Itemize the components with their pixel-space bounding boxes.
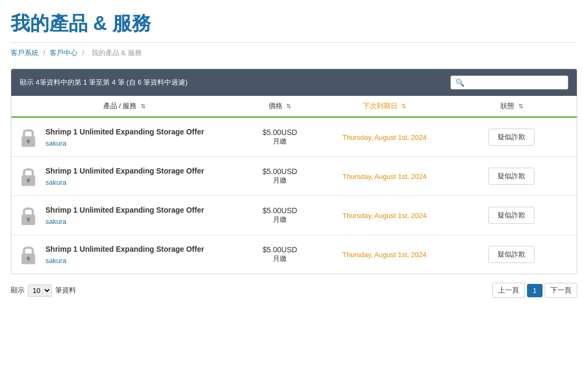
col-header-product: 產品 / 服務 ⇅: [11, 96, 238, 117]
per-page-suffix: 筆資料: [55, 286, 76, 295]
fraud-button-0[interactable]: 疑似詐欺: [488, 129, 534, 146]
col-header-price: 價格 ⇅: [238, 96, 323, 117]
data-table: 產品 / 服務 ⇅ 價格 ⇅ 下次到期日 ⇅ 狀態 ⇅: [11, 96, 577, 274]
price-cell-2: $5.00USD 月繳: [238, 196, 323, 235]
lock-svg-0: [19, 126, 38, 148]
breadcrumb: 客戶系統 / 客戶中心 / 我的產品 & 服務: [11, 48, 577, 58]
product-name-3: Shrimp 1 Unlimited Expanding Storage Off…: [45, 244, 204, 255]
table-row: Shrimp 1 Unlimited Expanding Storage Off…: [11, 117, 577, 157]
lock-icon-3: [18, 243, 39, 266]
page-controls: 上一頁 1 下一頁: [492, 283, 577, 298]
table-container: 顯示 4筆資料中的第 1 筆至第 4 筆 (自 6 筆資料中過濾) 🔍 產品 /…: [11, 69, 577, 274]
svg-rect-2: [28, 141, 29, 144]
status-cell-2: 疑似詐欺: [447, 196, 577, 235]
svg-rect-11: [28, 258, 29, 261]
sort-icon-status[interactable]: ⇅: [518, 103, 523, 110]
breadcrumb-item-center[interactable]: 客戶中心: [50, 49, 78, 57]
svg-rect-8: [28, 219, 29, 222]
lock-svg-2: [19, 205, 38, 226]
product-name-2: Shrimp 1 Unlimited Expanding Storage Off…: [45, 205, 204, 216]
page-wrapper: 我的產品 & 服務 客戶系統 / 客戶中心 / 我的產品 & 服務 顯示 4筆資…: [0, 0, 588, 319]
product-cell-0: Shrimp 1 Unlimited Expanding Storage Off…: [11, 117, 238, 157]
breadcrumb-sep-1: /: [43, 49, 45, 57]
lock-svg-3: [19, 244, 38, 265]
price-period-3: 月繳: [244, 254, 316, 264]
breadcrumb-item-current: 我的產品 & 服務: [91, 49, 142, 57]
product-cell-2: Shrimp 1 Unlimited Expanding Storage Off…: [11, 196, 238, 235]
breadcrumb-item-system[interactable]: 客戶系統: [11, 49, 39, 57]
price-period-1: 月繳: [244, 176, 316, 185]
price-cell-0: $5.00USD 月繳: [238, 117, 323, 157]
current-page-number: 1: [527, 284, 543, 297]
price-main-3: $5.00USD: [244, 245, 316, 254]
table-header-row: 產品 / 服務 ⇅ 價格 ⇅ 下次到期日 ⇅ 狀態 ⇅: [11, 96, 577, 117]
col-header-status: 狀態 ⇅: [447, 96, 577, 117]
price-main-0: $5.00USD: [244, 128, 316, 137]
page-title: 我的產品 & 服務: [11, 11, 577, 37]
product-info-2: Shrimp 1 Unlimited Expanding Storage Off…: [45, 205, 204, 226]
sort-icon-date[interactable]: ⇅: [401, 103, 406, 110]
sort-icon-product[interactable]: ⇅: [141, 103, 146, 110]
fraud-button-2[interactable]: 疑似詐欺: [488, 207, 534, 224]
date-cell-2: Thursday, August 1st, 2024: [322, 196, 447, 235]
product-name-1: Shrimp 1 Unlimited Expanding Storage Off…: [45, 166, 204, 177]
price-period-0: 月繳: [244, 137, 316, 146]
search-input[interactable]: [467, 79, 563, 87]
price-main-1: $5.00USD: [244, 167, 316, 176]
search-icon: 🔍: [455, 78, 464, 87]
per-page-label: 顯示: [11, 286, 25, 295]
sort-icon-price[interactable]: ⇅: [286, 103, 291, 110]
product-tag-0[interactable]: sakura: [45, 139, 204, 147]
product-info-1: Shrimp 1 Unlimited Expanding Storage Off…: [45, 166, 204, 186]
product-tag-1[interactable]: sakura: [45, 178, 204, 186]
price-period-2: 月繳: [244, 215, 316, 224]
fraud-button-1[interactable]: 疑似詐欺: [488, 168, 534, 185]
lock-svg-1: [19, 166, 38, 187]
price-main-2: $5.00USD: [244, 206, 316, 215]
status-cell-0: 疑似詐欺: [447, 117, 577, 157]
product-name-0: Shrimp 1 Unlimited Expanding Storage Off…: [45, 127, 204, 138]
breadcrumb-sep-2: /: [82, 49, 85, 57]
prev-page-button[interactable]: 上一頁: [492, 283, 525, 298]
fraud-button-3[interactable]: 疑似詐欺: [488, 246, 534, 263]
price-cell-3: $5.00USD 月繳: [238, 235, 323, 274]
pagination-bar: 顯示 10 25 50 筆資料 上一頁 1 下一頁: [11, 283, 577, 298]
status-cell-1: 疑似詐欺: [447, 157, 577, 196]
per-page-select[interactable]: 10 25 50: [28, 284, 52, 297]
table-row: Shrimp 1 Unlimited Expanding Storage Off…: [11, 157, 577, 196]
table-row: Shrimp 1 Unlimited Expanding Storage Off…: [11, 196, 577, 235]
next-page-button[interactable]: 下一頁: [545, 283, 577, 298]
date-cell-3: Thursday, August 1st, 2024: [322, 235, 447, 274]
status-cell-3: 疑似詐欺: [447, 235, 577, 274]
product-info-3: Shrimp 1 Unlimited Expanding Storage Off…: [45, 244, 204, 265]
date-cell-1: Thursday, August 1st, 2024: [322, 157, 447, 196]
product-tag-2[interactable]: sakura: [45, 217, 204, 226]
filter-bar: 顯示 4筆資料中的第 1 筆至第 4 筆 (自 6 筆資料中過濾) 🔍: [11, 69, 577, 96]
lock-icon-2: [18, 204, 39, 227]
date-cell-0: Thursday, August 1st, 2024: [322, 117, 447, 157]
svg-rect-5: [28, 180, 29, 183]
lock-icon-0: [18, 125, 39, 149]
price-cell-1: $5.00USD 月繳: [238, 157, 323, 196]
filter-info-text: 顯示 4筆資料中的第 1 筆至第 4 筆 (自 6 筆資料中過濾): [20, 78, 187, 87]
search-box: 🔍: [450, 76, 568, 89]
lock-icon-1: [18, 164, 39, 188]
title-divider: [11, 42, 577, 43]
product-cell-3: Shrimp 1 Unlimited Expanding Storage Off…: [11, 235, 238, 274]
product-cell-1: Shrimp 1 Unlimited Expanding Storage Off…: [11, 157, 238, 196]
table-row: Shrimp 1 Unlimited Expanding Storage Off…: [11, 235, 577, 274]
product-tag-3[interactable]: sakura: [45, 257, 204, 265]
col-header-date: 下次到期日 ⇅: [322, 96, 447, 117]
per-page-control: 顯示 10 25 50 筆資料: [11, 284, 76, 297]
product-info-0: Shrimp 1 Unlimited Expanding Storage Off…: [45, 127, 204, 147]
